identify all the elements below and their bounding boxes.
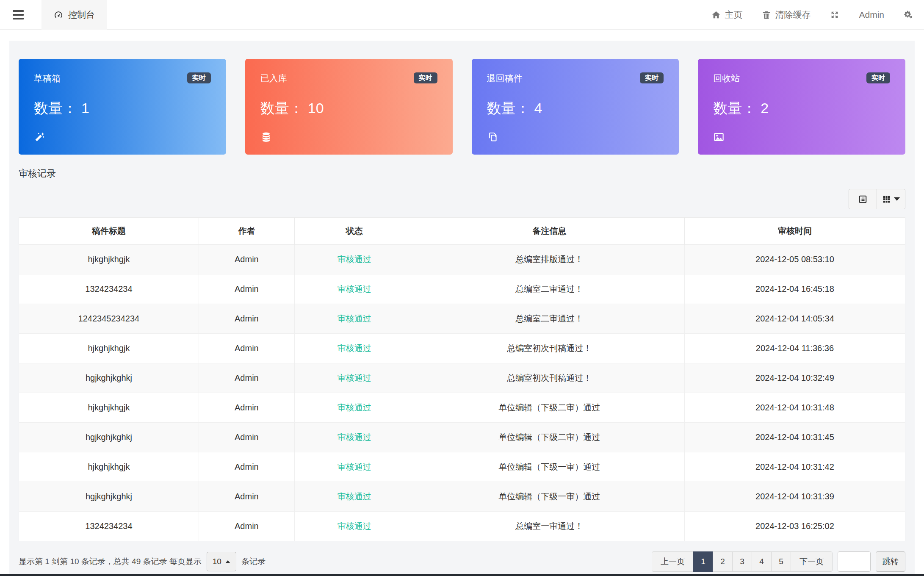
card-title: 草稿箱 [34, 72, 61, 84]
magic-wand-icon [34, 131, 45, 143]
cell-remark: 总编室初次刊稿通过！ [414, 363, 684, 393]
cell-author: Admin [199, 393, 294, 423]
page-size-select[interactable]: 10 [207, 552, 236, 571]
table-header-row: 稿件标题 作者 状态 备注信息 审核时间 [19, 218, 905, 245]
table-row: 1324234234 Admin 审核通过 总编室二审通过！ 2024-12-0… [19, 274, 905, 304]
page-size-value: 10 [213, 557, 221, 566]
records-summary: 显示第 1 到第 10 条记录，总共 49 条记录 每页显示 [19, 556, 202, 567]
cell-status: 审核通过 [294, 274, 414, 304]
cell-time: 2024-12-04 11:36:36 [684, 334, 905, 363]
content-panel: 草稿箱 实时 数量： 1 已入库 实时 数量： 10 [9, 41, 915, 574]
cogs-icon [904, 10, 913, 19]
table-row: hjkghjkhgjk Admin 审核通过 总编室排版通过！ 2024-12-… [19, 245, 905, 274]
cell-author: Admin [199, 334, 294, 363]
next-page-button[interactable]: 下一页 [791, 551, 833, 572]
menu-toggle-icon[interactable] [13, 10, 24, 19]
grid-view-button[interactable] [877, 189, 905, 209]
navbar-right: 主页 清除缓存 Admin [711, 9, 913, 21]
cell-time: 2024-12-04 10:32:49 [684, 363, 905, 393]
clear-cache-link[interactable]: 清除缓存 [762, 9, 811, 21]
cell-status: 审核通过 [294, 304, 414, 334]
settings-button[interactable] [904, 10, 913, 19]
bottom-bar [0, 574, 924, 576]
prev-page-button[interactable]: 上一页 [652, 551, 694, 572]
page-button-1[interactable]: 1 [693, 551, 713, 572]
table-footer: 显示第 1 到第 10 条记录，总共 49 条记录 每页显示 10 条记录 上一… [19, 551, 905, 572]
qty-label: 数量： [34, 99, 77, 118]
qty-label: 数量： [713, 99, 756, 118]
stat-card-recyclebin[interactable]: 回收站 实时 数量： 2 [698, 59, 905, 155]
view-toolbar [19, 189, 905, 209]
cell-title: 1242345234234 [19, 304, 199, 334]
tab-console[interactable]: 控制台 [41, 0, 107, 30]
cell-remark: 总编室一审通过！ [414, 512, 684, 541]
records-summary-suffix: 条记录 [241, 556, 266, 567]
qty-value: 1 [81, 100, 89, 116]
grid-icon [882, 195, 891, 204]
caret-down-icon [894, 197, 900, 201]
col-header-author: 作者 [199, 218, 294, 245]
database-icon [260, 131, 272, 143]
user-label: Admin [859, 10, 884, 20]
copy-icon [487, 131, 498, 143]
table-row: hgjkghjkghkj Admin 审核通过 总编室初次刊稿通过！ 2024-… [19, 363, 905, 393]
expand-icon [830, 10, 839, 19]
cell-title: hgjkghjkghkj [19, 482, 199, 512]
image-icon [713, 131, 725, 143]
cell-author: Admin [199, 274, 294, 304]
trash-icon [762, 10, 771, 19]
cell-author: Admin [199, 452, 294, 482]
cell-time: 2024-12-04 14:05:34 [684, 304, 905, 334]
page-button-5[interactable]: 5 [771, 551, 791, 572]
cell-status: 审核通过 [294, 245, 414, 274]
table-row: hjkghjkhgjk Admin 审核通过 单位编辑（下级一审）通过 2024… [19, 452, 905, 482]
table-row: 1324234234 Admin 审核通过 总编室一审通过！ 2024-12-0… [19, 512, 905, 541]
col-header-remark: 备注信息 [414, 218, 684, 245]
stat-card-draftbox[interactable]: 草稿箱 实时 数量： 1 [19, 59, 226, 155]
home-link[interactable]: 主页 [711, 9, 742, 21]
stat-card-stored[interactable]: 已入库 实时 数量： 10 [245, 59, 453, 155]
cell-status: 审核通过 [294, 334, 414, 363]
cell-title: 1324234234 [19, 274, 199, 304]
home-icon [711, 10, 721, 19]
user-menu[interactable]: Admin [859, 10, 884, 20]
cell-status: 审核通过 [294, 452, 414, 482]
page-button-4[interactable]: 4 [752, 551, 772, 572]
stat-card-returned[interactable]: 退回稿件 实时 数量： 4 [472, 59, 679, 155]
jump-button[interactable]: 跳转 [876, 551, 905, 572]
page-button-3[interactable]: 3 [732, 551, 752, 572]
cell-remark: 单位编辑（下级一审）通过 [414, 482, 684, 512]
cell-remark: 总编室二审通过！ [414, 304, 684, 334]
table-row: hjkghjkhgjk Admin 审核通过 总编室初次刊稿通过！ 2024-1… [19, 334, 905, 363]
cell-author: Admin [199, 482, 294, 512]
cell-time: 2024-12-04 16:45:18 [684, 274, 905, 304]
list-view-button[interactable] [849, 189, 877, 209]
table-row: 1242345234234 Admin 审核通过 总编室二审通过！ 2024-1… [19, 304, 905, 334]
page-button-2[interactable]: 2 [713, 551, 733, 572]
card-title: 回收站 [713, 72, 740, 84]
col-header-title: 稿件标题 [19, 218, 199, 245]
cell-author: Admin [199, 423, 294, 452]
cell-status: 审核通过 [294, 423, 414, 452]
clear-cache-label: 清除缓存 [775, 9, 811, 21]
cell-status: 审核通过 [294, 512, 414, 541]
caret-up-icon [225, 560, 230, 563]
realtime-badge: 实时 [640, 72, 664, 83]
list-alt-icon [858, 195, 867, 204]
realtime-badge: 实时 [414, 72, 437, 83]
audit-records-table: 稿件标题 作者 状态 备注信息 审核时间 hjkghjkhgjk Admin 审… [19, 217, 905, 541]
jump-page-input[interactable] [838, 551, 871, 572]
qty-value: 4 [534, 100, 542, 116]
cell-author: Admin [199, 512, 294, 541]
cell-remark: 单位编辑（下级二审）通过 [414, 423, 684, 452]
cell-author: Admin [199, 245, 294, 274]
col-header-status: 状态 [294, 218, 414, 245]
realtime-badge: 实时 [187, 72, 211, 83]
cell-remark: 单位编辑（下级一审）通过 [414, 452, 684, 482]
cell-title: hgjkghjkghkj [19, 423, 199, 452]
fullscreen-button[interactable] [830, 10, 839, 19]
col-header-time: 审核时间 [684, 218, 905, 245]
cell-time: 2024-12-04 10:31:45 [684, 423, 905, 452]
cell-remark: 单位编辑（下级二审）通过 [414, 393, 684, 423]
cell-time: 2024-12-05 08:53:10 [684, 245, 905, 274]
